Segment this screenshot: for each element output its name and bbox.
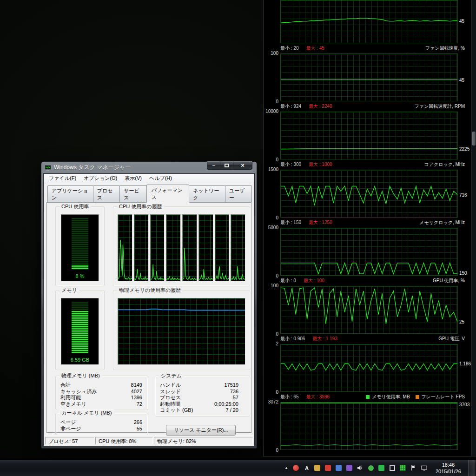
- tab-strip: アプリケーション プロセス サービス パフォーマンス ネットワーク ユーザー: [46, 185, 251, 202]
- cpu-history-cell: [215, 214, 230, 281]
- hardware-monitor-window: 45 最小 : 20 最大 : 45 ファン回転速度, % 100 0 45 最…: [263, 0, 476, 456]
- menu-item-help[interactable]: ヘルプ(H): [145, 174, 176, 183]
- scrollbar-thumb[interactable]: [472, 132, 476, 145]
- stat-row: 空きメモリ72: [60, 401, 142, 408]
- tray-overflow-chevron-icon[interactable]: ▲: [284, 466, 288, 470]
- memory-history-group-title: 物理メモリの使用率の履歴: [117, 287, 183, 294]
- axis-max-label: 5000: [264, 225, 278, 230]
- graph-plot: 3703: [280, 402, 458, 450]
- memory-history-graph: [118, 298, 245, 365]
- kernel-memory-groupbox: カーネル メモリ (MB) ページ266 非ページ55: [55, 413, 148, 435]
- axis-zero-label: 0: [264, 157, 278, 162]
- stat-label: ページ: [60, 419, 76, 426]
- memory-history-area: [118, 298, 245, 365]
- graph-section: 10000 0 2225: [264, 112, 471, 159]
- axis-max-label: 100: [264, 51, 278, 56]
- status-bar: プロセス: 57 CPU 使用率: 8% 物理メモリ: 82%: [44, 436, 254, 446]
- stat-label: 起動時間: [160, 401, 180, 408]
- cpu-history-panel: [118, 214, 245, 281]
- tray-icon-3[interactable]: [314, 464, 321, 472]
- cpu-history-cell: [118, 214, 132, 281]
- tab-processes[interactable]: プロセス: [93, 185, 120, 202]
- stat-label: ハンドル: [160, 382, 181, 389]
- stat-value: 4027: [131, 389, 142, 395]
- graph-section: 100 0 45: [264, 53, 471, 101]
- axis-max-label: 10000: [264, 109, 278, 114]
- tray-icon-6[interactable]: [346, 464, 353, 472]
- yellow-app-icon: [314, 465, 320, 471]
- monitor-chart-icon[interactable]: [399, 464, 407, 472]
- tray-icon-1[interactable]: [292, 464, 300, 472]
- physical-memory-group-title: 物理メモリ (MB): [60, 372, 102, 379]
- graph-header: 最小 : 65 最大 : 3986 メモリ使用率, MB フレームレート FPS: [264, 392, 471, 402]
- graph-section: 3072 0 3703: [264, 402, 471, 450]
- tray-icon-5[interactable]: [335, 464, 343, 472]
- taskbar-clock[interactable]: 18:46 2015/01/26: [431, 462, 465, 475]
- cpu-history-group-title: CPU 使用率の履歴: [117, 203, 164, 210]
- max-label: 最大 : 1.193: [312, 336, 337, 342]
- stat-row: ページ266: [60, 419, 142, 426]
- stat-label: 空きメモリ: [60, 401, 86, 408]
- clock-date: 2015/01/26: [436, 468, 461, 475]
- tray-icon-9[interactable]: [378, 464, 385, 472]
- stat-value: 72: [137, 401, 142, 408]
- stat-value: 7 / 20: [225, 407, 238, 414]
- cpu-gauge-panel: 8 %: [61, 214, 99, 281]
- graph-header: 最小 : 150 最大 : 1250 メモリクロック, MHz: [264, 218, 471, 228]
- stat-value: 8149: [131, 382, 142, 389]
- cpu-history-cell: [198, 214, 213, 281]
- cpu-history-cell: [231, 214, 245, 281]
- action-center-icon[interactable]: [410, 464, 417, 472]
- min-label: 最小 : 0.906: [280, 336, 305, 342]
- graph-plot: 150: [280, 228, 458, 276]
- ime-mode-icon[interactable]: A: [303, 464, 311, 472]
- memory-gauge-panel: 6.59 GB: [61, 298, 99, 365]
- stat-label: プロセス: [160, 395, 181, 401]
- cpu-usage-groupbox: CPU 使用率 8 %: [55, 206, 105, 286]
- tray-icon-10[interactable]: [389, 464, 396, 472]
- tab-services[interactable]: サービス: [119, 185, 146, 202]
- performance-tab-page: CPU 使用率 8 % CPU 使用率の履歴: [46, 202, 251, 433]
- stat-value: 17519: [224, 382, 238, 389]
- stat-row: スレッド736: [160, 389, 238, 395]
- menu-item-file[interactable]: ファイル(F): [45, 174, 80, 183]
- status-cpu-usage: CPU 使用率: 8%: [95, 437, 153, 444]
- graph-plot: 716: [280, 170, 458, 218]
- tray-icon-4[interactable]: [324, 464, 332, 472]
- tab-applications[interactable]: アプリケーション: [47, 185, 93, 202]
- titlebar[interactable]: Windows タスク マネージャー − ×: [41, 162, 257, 173]
- blue-app-icon: [336, 465, 342, 471]
- red-app-icon: [325, 465, 331, 471]
- volume-icon[interactable]: [357, 464, 364, 472]
- graph-section: 100 0 25: [264, 286, 471, 334]
- resource-monitor-button[interactable]: リソース モニター(R)...: [166, 425, 236, 436]
- menu-item-view[interactable]: 表示(V): [121, 174, 145, 183]
- graph-plot: 45: [280, 0, 458, 43]
- graph-section: 2 0 1.186: [264, 344, 471, 392]
- scrollbar[interactable]: [471, 0, 476, 456]
- graph-header: 最小 : 20 最大 : 45 ファン回転速度, %: [264, 43, 471, 53]
- stat-row: 非ページ55: [60, 426, 142, 432]
- graph-title: GPU 電圧, V: [438, 336, 465, 342]
- taskbar: ▲ A 18:46 2015/01/26: [0, 459, 476, 476]
- memory-gauge-value: 6.59 GB: [61, 357, 99, 363]
- maximize-button[interactable]: [220, 161, 233, 170]
- minimize-button[interactable]: −: [207, 161, 220, 170]
- current-value-label: 1.186: [459, 361, 471, 366]
- show-desktop-button[interactable]: [469, 460, 475, 476]
- axis-zero-label: 0: [264, 331, 278, 337]
- system-tray: ▲ A 18:46 2015/01/26: [284, 460, 476, 476]
- stat-row: ハンドル17519: [160, 382, 238, 389]
- graph-title: コアクロック, MHz: [424, 161, 465, 168]
- min-label: 最小 : 924: [280, 103, 301, 110]
- tab-network[interactable]: ネットワーク: [189, 185, 225, 202]
- display-icon[interactable]: [421, 464, 428, 472]
- stat-label: 利用可能: [60, 395, 81, 401]
- tab-performance[interactable]: パフォーマンス: [146, 185, 190, 203]
- graph-section: 1500 0 716: [264, 170, 471, 218]
- tray-icon-8[interactable]: [367, 464, 375, 472]
- tab-users[interactable]: ユーザー: [225, 185, 252, 202]
- close-button[interactable]: ×: [233, 161, 252, 170]
- max-label: 最大 : 45: [306, 45, 324, 52]
- menu-item-options[interactable]: オプション(O): [80, 174, 121, 183]
